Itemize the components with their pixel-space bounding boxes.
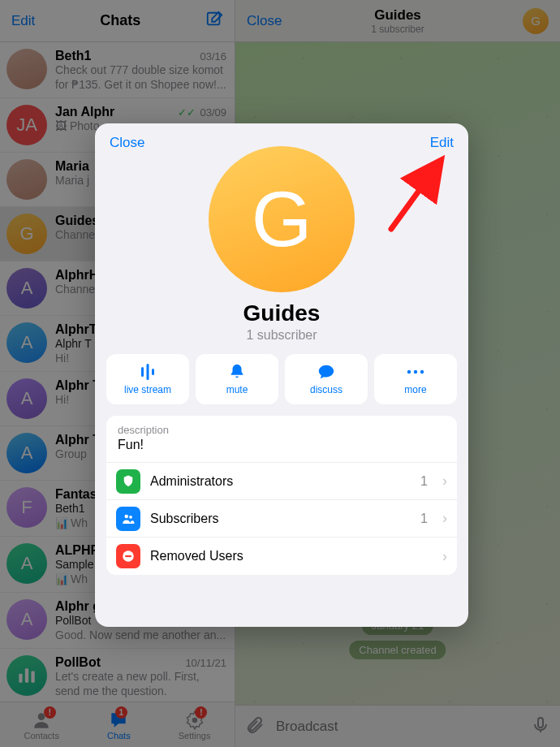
discuss-button[interactable]: discuss	[285, 354, 368, 404]
settings-row-administrators[interactable]: Administrators1›	[106, 463, 457, 500]
svg-point-10	[407, 370, 411, 374]
shield-icon	[116, 469, 140, 494]
settings-row-removed-users[interactable]: Removed Users›	[106, 538, 457, 575]
mute-button[interactable]: mute	[196, 354, 278, 404]
bell-icon	[228, 363, 246, 381]
action-label: discuss	[310, 384, 342, 395]
svg-point-14	[129, 515, 132, 518]
row-count: 1	[420, 474, 428, 489]
channel-name: Guides	[243, 300, 321, 326]
svg-point-13	[125, 514, 129, 518]
row-label: Administrators	[150, 474, 411, 489]
chevron-right-icon: ›	[442, 473, 447, 490]
svg-rect-7	[141, 367, 144, 377]
settings-row-subscribers[interactable]: Subscribers1›	[106, 500, 457, 538]
svg-point-11	[414, 370, 417, 374]
live-stream-button[interactable]: live stream	[106, 354, 189, 404]
more-button[interactable]: more	[374, 354, 457, 404]
chevron-right-icon: ›	[442, 510, 447, 527]
row-count: 1	[420, 512, 428, 526]
svg-rect-8	[147, 364, 149, 380]
svg-point-12	[420, 370, 424, 374]
action-label: live stream	[124, 384, 171, 395]
removed-icon	[116, 544, 140, 568]
channel-avatar-large[interactable]: G	[209, 146, 355, 292]
description-value: Fun!	[118, 438, 446, 452]
channel-info-modal: Close Edit G Guides 1 subscriber live st…	[95, 123, 468, 627]
channel-subscribers: 1 subscriber	[246, 328, 317, 343]
description-label: description	[118, 424, 446, 436]
live-stream-icon	[138, 363, 157, 381]
chat-bubble-icon	[317, 363, 335, 381]
description-cell: description Fun!	[106, 416, 457, 463]
row-label: Removed Users	[150, 549, 418, 563]
more-icon	[406, 363, 425, 381]
row-label: Subscribers	[150, 512, 411, 526]
svg-rect-16	[125, 555, 131, 557]
people-icon	[116, 507, 140, 531]
chevron-right-icon: ›	[442, 548, 447, 565]
svg-rect-9	[152, 369, 154, 375]
action-label: more	[404, 384, 426, 395]
action-label: mute	[226, 384, 248, 395]
